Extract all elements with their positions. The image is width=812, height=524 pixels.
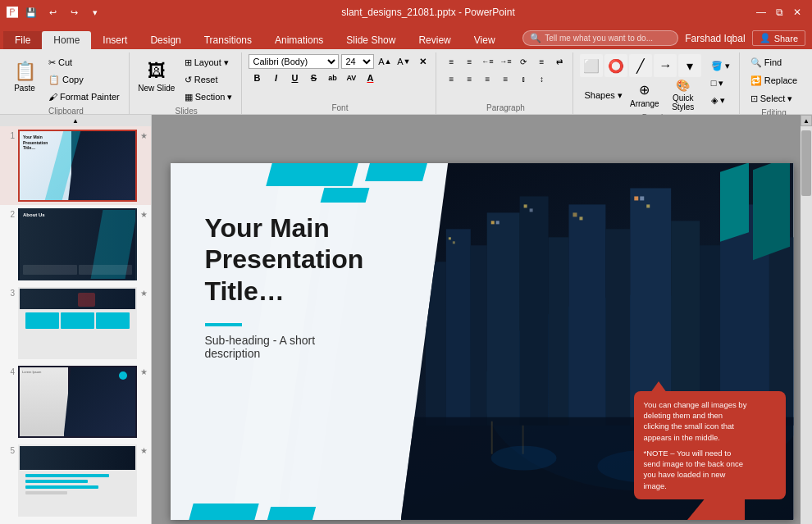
font-size-select[interactable]: 24 (341, 54, 374, 69)
strikethrough-button[interactable]: S (305, 71, 322, 85)
restore-button[interactable]: ⧉ (771, 4, 787, 21)
oval-shape[interactable]: ⭕ (604, 54, 627, 77)
slide-panel-scroll-up[interactable]: ▲ (0, 115, 151, 126)
font-family-select[interactable]: Calibri (Body) (249, 54, 339, 69)
smartart-button[interactable]: ⇄ (551, 54, 568, 69)
canvas-vscrollbar[interactable]: ▲ ▼ (801, 115, 812, 524)
decrease-font-button[interactable]: A▼ (395, 54, 412, 69)
more-shapes[interactable]: ▾ (678, 54, 701, 77)
dark-teal-right-1 (753, 163, 790, 260)
italic-button[interactable]: I (267, 71, 284, 85)
shape-fill-button[interactable]: 🪣 ▾ (707, 57, 734, 74)
tab-transitions[interactable]: Transitions (193, 31, 263, 49)
svg-rect-22 (634, 196, 638, 200)
arrange-button[interactable]: ⊕ Arrange (628, 79, 661, 112)
slide-star-2: ★ (140, 208, 148, 219)
window-controls: — ⧉ ✕ (753, 4, 805, 21)
tab-file[interactable]: File (3, 31, 42, 49)
qat-redo[interactable]: ↪ (66, 4, 82, 21)
cut-button[interactable]: ✂ Cut (44, 54, 124, 71)
line-spacing-button[interactable]: ↕ (533, 71, 550, 86)
slide-title[interactable]: Your Main Presentation Title… (205, 212, 364, 307)
shapes-menu-button[interactable]: Shapes ▾ (580, 87, 626, 103)
clear-formatting-button[interactable]: ✕ (414, 54, 431, 69)
slide-img-3 (18, 287, 137, 359)
svg-rect-17 (495, 221, 499, 224)
align-center-button[interactable]: ≡ (461, 71, 477, 86)
replace-button[interactable]: 🔁 Replace (746, 72, 801, 89)
shape-effects-button[interactable]: ◈ ▾ (707, 92, 734, 108)
select-button[interactable]: ⊡ Select ▾ (746, 90, 801, 107)
drawing-group-content: ⬜ ⭕ ╱ → ▾ Shapes ▾ ⊕ Arrange (580, 54, 733, 112)
format-painter-button[interactable]: 🖌 Format Painter (44, 89, 124, 105)
tab-animations[interactable]: Animations (263, 31, 335, 49)
close-button[interactable]: ✕ (789, 4, 805, 21)
columns-button[interactable]: ⫾ (515, 71, 531, 86)
tab-design[interactable]: Design (139, 31, 192, 49)
find-button[interactable]: 🔍 Find (746, 54, 801, 71)
slide-img-4: Lorem Ipsum (18, 366, 137, 438)
bullets-button[interactable]: ≡ (443, 54, 459, 69)
qat-undo[interactable]: ↩ (44, 4, 61, 21)
slide-thumb-2[interactable]: 2 About Us ★ (0, 205, 151, 284)
tab-view[interactable]: View (463, 31, 507, 49)
indent-less-button[interactable]: ←≡ (479, 54, 495, 69)
text-direction-button[interactable]: ⟳ (515, 54, 531, 69)
bold-button[interactable]: B (249, 71, 265, 85)
vscrollbar-up[interactable]: ▲ (801, 115, 812, 126)
justify-button[interactable]: ≡ (497, 71, 513, 86)
increase-font-button[interactable]: A▲ (376, 54, 393, 69)
clipboard-group: 📋 Paste ✂ Cut 📋 Copy 🖌 Format Painter Cl… (3, 52, 130, 114)
slide-thumb-3[interactable]: 3 ★ (0, 284, 151, 362)
tab-insert[interactable]: Insert (91, 31, 139, 49)
new-slide-button[interactable]: 🖼 New Slide (136, 54, 177, 99)
layout-button[interactable]: ⊞ Layout ▾ (180, 54, 237, 71)
slide-thumb-4[interactable]: 4 Lorem Ipsum ★ (0, 362, 151, 441)
slide-canvas[interactable]: Your Main Presentation Title… Sub-headin… (171, 163, 794, 520)
indent-more-button[interactable]: →≡ (497, 54, 513, 69)
reset-button[interactable]: ↺ Reset (180, 71, 237, 88)
section-button[interactable]: ▦ Section ▾ (180, 89, 237, 105)
fill-icon: 🪣 (711, 61, 723, 71)
search-box[interactable]: 🔍 Tell me what you want to do... (522, 30, 678, 46)
align-left-button[interactable]: ≡ (443, 71, 459, 86)
qat-save[interactable]: 💾 (23, 4, 39, 21)
slide-star-3: ★ (140, 287, 148, 298)
align-text-button[interactable]: ≡ (533, 54, 550, 69)
underline-button[interactable]: U (286, 71, 303, 85)
format-painter-icon: 🖌 (48, 92, 57, 102)
slide-img-1: Your MainPresentationTitle… (18, 130, 137, 202)
tab-home[interactable]: Home (42, 31, 91, 49)
tab-slideshow[interactable]: Slide Show (335, 31, 407, 49)
slide-star-5: ★ (140, 444, 148, 455)
line-shape[interactable]: ╱ (629, 54, 652, 77)
svg-rect-2 (446, 229, 471, 425)
teal-top-3 (320, 188, 369, 203)
share-button[interactable]: 👤 Share (752, 30, 805, 46)
svg-rect-20 (573, 212, 577, 216)
minimize-button[interactable]: — (753, 4, 769, 21)
slide-subheading[interactable]: Sub-heading - A short description (205, 334, 316, 360)
font-color-button[interactable]: A (362, 71, 378, 85)
editing-group: 🔍 Find 🔁 Replace ⊡ Select ▾ Editing (741, 52, 806, 114)
arrow-shape[interactable]: → (654, 54, 677, 77)
align-right-button[interactable]: ≡ (479, 71, 495, 86)
paste-button[interactable]: 📋 Paste (8, 54, 41, 99)
svg-rect-23 (640, 196, 644, 200)
slide-thumb-5[interactable]: 5 ★ (0, 441, 151, 520)
tab-review[interactable]: Review (407, 31, 462, 49)
svg-rect-7 (568, 204, 605, 425)
char-spacing-button[interactable]: AV (343, 71, 359, 85)
font-group: Calibri (Body) 24 A▲ A▼ ✕ B I U S ab AV (244, 52, 436, 114)
numbered-button[interactable]: ≡ (461, 54, 477, 69)
shape-outline-button[interactable]: □ ▾ (707, 75, 734, 91)
powerpoint-logo: 🅿 (7, 6, 18, 19)
slide-small-buttons: ⊞ Layout ▾ ↺ Reset ▦ Section ▾ (180, 54, 237, 105)
vscrollbar-thumb[interactable] (801, 130, 811, 196)
qat-customize[interactable]: ▾ (87, 4, 103, 21)
shadow-button[interactable]: ab (324, 71, 340, 85)
shapes-button[interactable]: ⬜ (580, 54, 603, 77)
copy-button[interactable]: 📋 Copy (44, 71, 124, 88)
slide-thumb-1[interactable]: 1 Your MainPresentationTitle… ★ (0, 126, 151, 205)
quick-styles-button[interactable]: 🎨 Quick Styles (663, 79, 704, 112)
